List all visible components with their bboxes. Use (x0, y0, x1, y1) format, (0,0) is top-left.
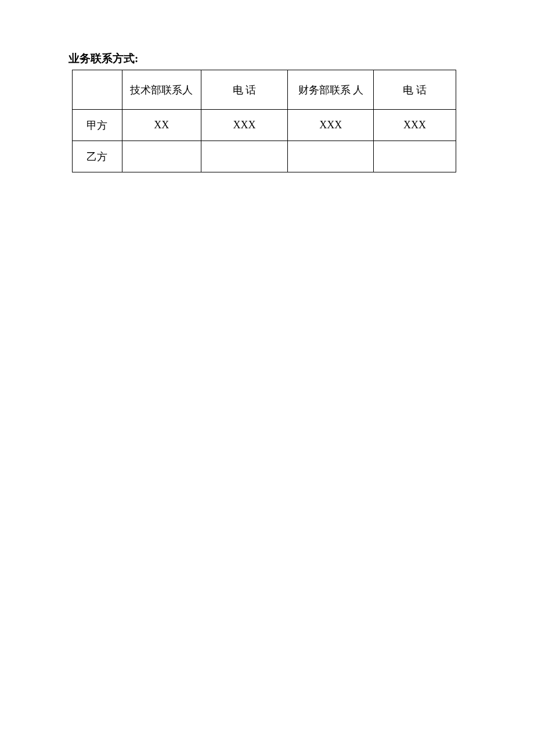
cell-party-b-finance-contact (288, 141, 374, 172)
cell-party-b-finance-phone (374, 141, 456, 172)
header-tech-contact: 技术部联系人 (122, 70, 201, 110)
cell-party-a-finance-phone: XXX (374, 110, 456, 141)
row-label-party-b: 乙方 (73, 141, 122, 172)
header-empty (73, 70, 122, 110)
section-title: 业务联系方式: (68, 51, 466, 66)
table-header-row: 技术部联系人 电 话 财务部联系 人 电 话 (73, 70, 456, 110)
cell-party-b-tech-phone (201, 141, 288, 172)
header-finance-phone: 电 话 (374, 70, 456, 110)
contact-table: 技术部联系人 电 话 财务部联系 人 电 话 甲方 XX XXX XXX XXX… (72, 70, 456, 172)
cell-party-a-finance-contact: XXX (288, 110, 374, 141)
table-row: 乙方 (73, 141, 456, 172)
cell-party-a-tech-phone: XXX (201, 110, 288, 141)
cell-party-b-tech-contact (122, 141, 201, 172)
table-row: 甲方 XX XXX XXX XXX (73, 110, 456, 141)
header-finance-contact: 财务部联系 人 (288, 70, 374, 110)
header-tech-phone: 电 话 (201, 70, 288, 110)
cell-party-a-tech-contact: XX (122, 110, 201, 141)
row-label-party-a: 甲方 (73, 110, 122, 141)
